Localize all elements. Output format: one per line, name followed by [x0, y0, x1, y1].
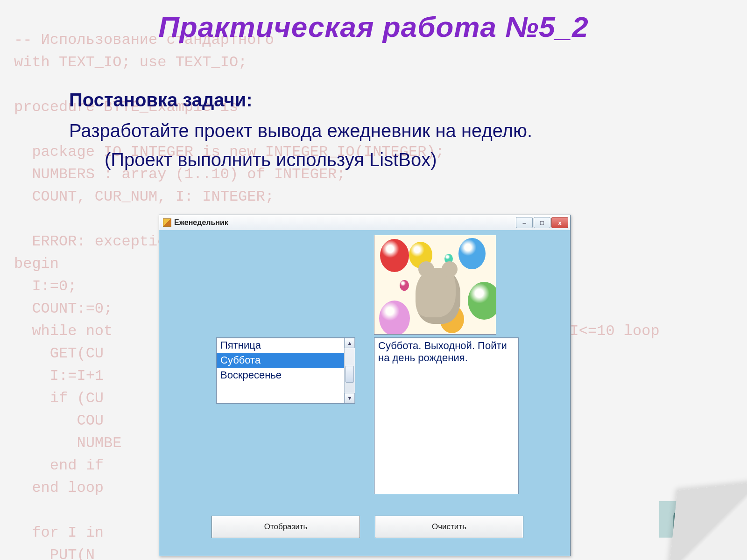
titlebar[interactable]: Еженедельник – □ x: [159, 215, 570, 231]
show-button[interactable]: Отобразить: [211, 516, 360, 538]
memo-output[interactable]: Суббота. Выходной. Пойти на день рождени…: [374, 337, 519, 494]
page-corner-fold: [644, 457, 747, 560]
minimize-button[interactable]: –: [516, 217, 533, 228]
slide-title: Практическая работа №5_2: [0, 10, 747, 43]
scroll-down-button[interactable]: ▼: [345, 393, 355, 403]
days-listbox[interactable]: ПятницаСубботаВоскресенье ▲ ▼: [216, 337, 355, 404]
close-button[interactable]: x: [551, 217, 568, 228]
balloon-icon: [380, 239, 409, 272]
list-item[interactable]: Пятница: [217, 338, 345, 353]
maximize-button[interactable]: □: [534, 217, 550, 228]
teddy-bear-icon: [416, 268, 460, 324]
scroll-up-button[interactable]: ▲: [345, 338, 355, 348]
balloon-icon: [468, 282, 496, 320]
list-item[interactable]: Воскресенье: [217, 368, 345, 383]
image-panel: [374, 235, 496, 335]
balloon-icon: [400, 280, 409, 291]
task-heading: Постановка задачи:: [69, 90, 253, 111]
app-icon: [163, 218, 171, 227]
scroll-thumb[interactable]: [345, 366, 354, 383]
task-line-2: (Проект выполнить используя ListBox): [105, 149, 437, 170]
balloon-icon: [379, 301, 410, 335]
list-item[interactable]: Суббота: [217, 353, 345, 368]
scrollbar-track[interactable]: ▲ ▼: [344, 338, 355, 403]
app-window: Еженедельник – □ x ПятницаСубботаВоскрес…: [159, 215, 571, 556]
balloon-icon: [458, 238, 486, 269]
window-title: Еженедельник: [174, 218, 228, 227]
task-line-1: Разработайте проект вывода ежедневник на…: [69, 120, 532, 141]
clear-button[interactable]: Очистить: [375, 516, 523, 538]
